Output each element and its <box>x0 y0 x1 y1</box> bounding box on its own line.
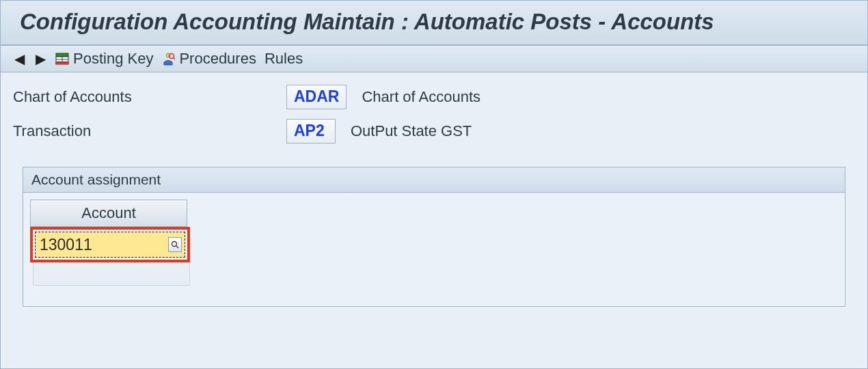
chart-of-accounts-code[interactable]: ADAR <box>286 85 347 109</box>
posting-key-button[interactable]: Posting Key <box>55 50 153 68</box>
procedures-label: Procedures <box>179 50 256 68</box>
account-cell-highlight: 130011 <box>30 227 190 262</box>
svg-line-8 <box>174 58 176 60</box>
transaction-label: Transaction <box>13 122 286 140</box>
svg-line-10 <box>176 246 179 249</box>
value-help-button[interactable] <box>168 237 182 252</box>
page-title: Configuration Accounting Maintain : Auto… <box>20 9 848 35</box>
chart-of-accounts-row: Chart of Accounts ADAR Chart of Accounts <box>13 85 855 109</box>
transaction-code[interactable]: AP2 <box>286 119 336 144</box>
svg-point-9 <box>172 242 177 247</box>
rules-button[interactable]: Rules <box>265 50 303 68</box>
title-bar: Configuration Accounting Maintain : Auto… <box>1 1 867 46</box>
empty-row[interactable] <box>33 262 190 286</box>
nav-prev-icon[interactable]: ◀ <box>13 51 26 67</box>
account-column-header[interactable]: Account <box>30 200 187 227</box>
account-input[interactable]: 130011 <box>38 236 168 254</box>
account-input-wrapper: 130011 <box>35 232 185 258</box>
account-grid: Account 130011 <box>23 193 845 306</box>
transaction-desc: OutPut State GST <box>351 122 472 140</box>
svg-rect-0 <box>56 53 68 57</box>
nav-next-icon[interactable]: ▶ <box>34 51 47 67</box>
account-assignment-header: Account assignment <box>23 167 845 193</box>
chart-of-accounts-desc: Chart of Accounts <box>362 88 480 106</box>
account-assignment-panel: Account assignment Account 130011 <box>23 167 845 307</box>
person-view-icon <box>161 52 175 66</box>
grid-icon <box>55 52 69 66</box>
transaction-row: Transaction AP2 OutPut State GST <box>13 119 855 144</box>
posting-key-label: Posting Key <box>73 50 153 68</box>
svg-rect-5 <box>55 62 69 64</box>
sap-window: Configuration Accounting Maintain : Auto… <box>0 0 868 369</box>
table-row: 130011 <box>30 227 838 262</box>
form-area: Chart of Accounts ADAR Chart of Accounts… <box>1 72 867 307</box>
chart-of-accounts-label: Chart of Accounts <box>13 88 286 106</box>
search-icon <box>171 241 179 249</box>
procedures-button[interactable]: Procedures <box>161 50 256 68</box>
toolbar: ◀ ▶ Posting Key <box>1 46 867 72</box>
